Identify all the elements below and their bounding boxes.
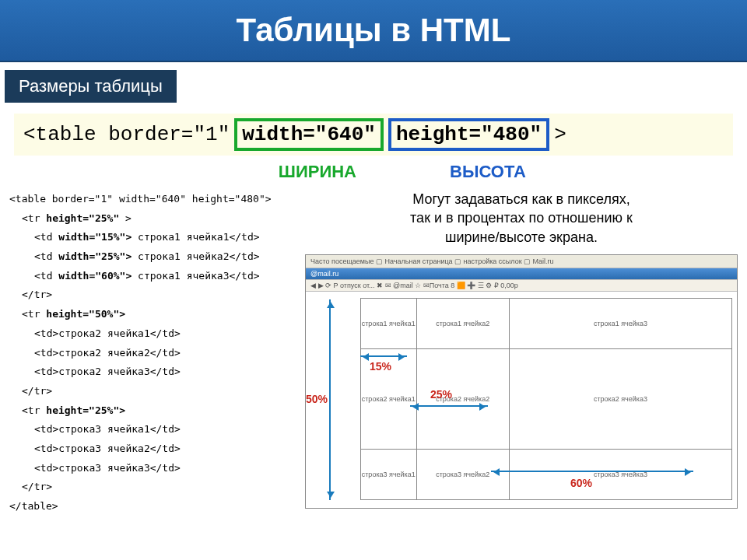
code-line: <td>строка2 ячейка1</td> (9, 324, 297, 344)
width-attr-box: width="640" (234, 118, 384, 151)
code-line: </tr> (9, 285, 297, 305)
code-line: <td width="25%"> строка1 ячейка2</td> (9, 247, 297, 267)
browser-toolbar: ◀ ▶ ⟳ Р отпуск от... ✖ ✉ @mail ☆ ✉Почта … (306, 280, 737, 292)
h-arrow-60 (491, 471, 693, 472)
code-line: <table border="1" width="640" height="48… (9, 190, 297, 209)
code-line: </tr> (9, 478, 297, 497)
cell-r1c1: строка1 ячейка1 (361, 298, 417, 348)
cell-r3c1: строка3 ячейка1 (361, 450, 417, 500)
dim-50: 50% (306, 393, 328, 405)
attr-suffix: > (554, 123, 566, 146)
dim-15: 15% (370, 360, 391, 373)
cell-r3c3: строка3 ячейка3 (509, 450, 731, 500)
demo-table-wrap: 50% строка1 ячейка1 строка1 ячейка2 стро… (306, 292, 737, 508)
code-line: <tr height="25%" > (9, 209, 297, 229)
attr-labels-row: ШИРИНА ВЫСОТА (14, 162, 733, 182)
demo-table: строка1 ячейка1 строка1 ячейка2 строка1 … (360, 298, 732, 500)
description-text: Могут задаваться как в пикселях,так и в … (305, 190, 738, 247)
dim-60: 60% (570, 477, 592, 489)
code-line: <tr height="25%"> (9, 401, 297, 421)
v-arrow-50 (329, 299, 331, 500)
code-listing: <table border="1" width="640" height="48… (9, 190, 305, 516)
cell-r2c3: строка2 ячейка3 (509, 348, 731, 450)
browser-bookmarks: Часто посещаемые ▢ Начальная страница ▢ … (306, 255, 737, 268)
browser-mock: Часто посещаемые ▢ Начальная страница ▢ … (305, 254, 738, 509)
label-width: ШИРИНА (14, 162, 403, 182)
slide-title-bar: Таблицы в HTML (0, 0, 747, 62)
cell-r1c2: строка1 ячейка2 (416, 298, 509, 348)
section-heading: Размеры таблицы (5, 70, 177, 103)
height-attr-box: height="480" (388, 118, 549, 151)
browser-mail-bar: @mail.ru (306, 268, 737, 280)
code-line: </table> (9, 497, 297, 516)
attribute-example-line: <table border="1" width="640" height="48… (14, 114, 733, 156)
code-line: <td>строка2 ячейка3</td> (9, 362, 297, 382)
code-line: <td>строка3 ячейка3</td> (9, 459, 297, 478)
dim-25: 25% (430, 388, 452, 401)
attr-prefix: <table border="1" (23, 123, 230, 146)
h-arrow-25 (410, 405, 488, 407)
h-arrow-15 (360, 355, 407, 357)
code-line: <td width="15%"> строка1 ячейка1</td> (9, 228, 297, 247)
code-line: <tr height="50%"> (9, 305, 297, 324)
code-line: <td>строка3 ячейка1</td> (9, 420, 297, 439)
cell-r1c3: строка1 ячейка3 (509, 298, 731, 348)
label-height: ВЫСОТА (403, 162, 526, 182)
code-line: </tr> (9, 382, 297, 401)
code-line: <td>строка3 ячейка2</td> (9, 439, 297, 459)
code-line: <td>строка2 ячейка2</td> (9, 344, 297, 363)
slide-title: Таблицы в HTML (237, 12, 511, 49)
code-line: <td width="60%"> строка1 ячейка3</td> (9, 267, 297, 286)
